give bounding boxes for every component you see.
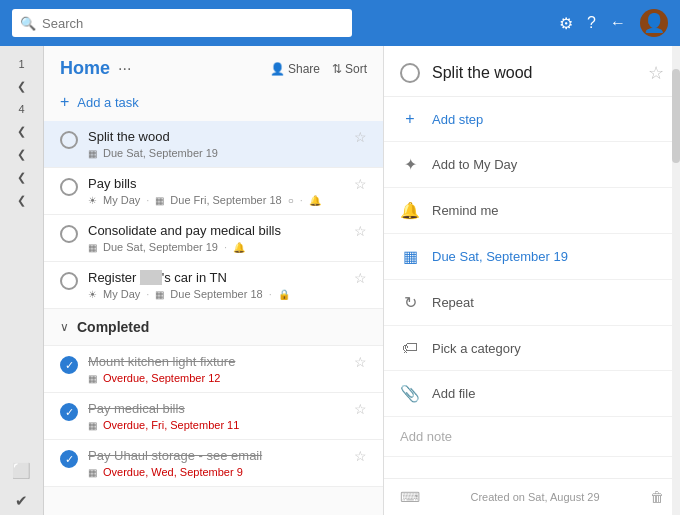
task-item-pay-medical[interactable]: ✓ Pay medical bills ▦ Overdue, Fri, Sept… bbox=[44, 393, 383, 440]
avatar[interactable]: 👤 bbox=[640, 9, 668, 37]
avatar-image: 👤 bbox=[643, 12, 665, 34]
task-item-split-wood[interactable]: Split the wood ▦ Due Sat, September 19 ☆ bbox=[44, 121, 383, 168]
detail-add-to-myday-row[interactable]: ✦ Add to My Day bbox=[384, 142, 680, 188]
detail-paperclip-icon: 📎 bbox=[400, 384, 420, 403]
sidebar-chevron-2[interactable]: ❮ bbox=[0, 121, 43, 142]
task-myday-icon-2: ☀ bbox=[88, 289, 97, 300]
task-star-pay-medical[interactable]: ☆ bbox=[354, 401, 367, 417]
sidebar-icon-tasks[interactable]: ⬜ bbox=[0, 457, 43, 485]
share-button[interactable]: 👤 Share bbox=[270, 62, 320, 76]
task-overdue-uhaul: Overdue, Wed, September 9 bbox=[103, 466, 243, 478]
task-title-uhaul: Pay Uhaul storage - see email bbox=[88, 448, 350, 463]
task-checkbox-split-wood[interactable] bbox=[60, 131, 78, 149]
sidebar-icon-check[interactable]: ✔ bbox=[0, 487, 43, 515]
detail-repeat-label: Repeat bbox=[432, 295, 474, 310]
task-content-pay-medical: Pay medical bills ▦ Overdue, Fri, Septem… bbox=[88, 401, 350, 431]
task-bell-icon-2: 🔔 bbox=[309, 195, 321, 206]
detail-add-step-row[interactable]: + Add step bbox=[384, 97, 680, 142]
sort-button[interactable]: ⇅ Sort bbox=[332, 62, 367, 76]
sidebar-chevron-4[interactable]: ❮ bbox=[0, 167, 43, 188]
search-icon: 🔍 bbox=[20, 16, 36, 31]
task-star-pay-bills[interactable]: ☆ bbox=[354, 176, 367, 192]
task-star-split-wood[interactable]: ☆ bbox=[354, 129, 367, 145]
completed-section-header[interactable]: ∨ Completed bbox=[44, 309, 383, 346]
task-item-register-car[interactable]: Register ___'s car in TN ☀ My Day · ▦ Du… bbox=[44, 262, 383, 309]
search-input[interactable] bbox=[42, 16, 344, 31]
task-due-consolidate: Due Sat, September 19 bbox=[103, 241, 218, 253]
task-title-split-wood: Split the wood bbox=[88, 129, 350, 144]
settings-icon[interactable]: ⚙ bbox=[559, 14, 573, 33]
task-overdue-kitchen: Overdue, September 12 bbox=[103, 372, 220, 384]
add-task-row[interactable]: + Add a task bbox=[44, 87, 383, 121]
detail-trash-icon[interactable]: 🗑 bbox=[650, 489, 664, 505]
task-checkbox-uhaul[interactable]: ✓ bbox=[60, 450, 78, 468]
detail-created-label: Created on Sat, August 29 bbox=[470, 491, 599, 503]
task-myday-icon: ☀ bbox=[88, 195, 97, 206]
task-star-uhaul[interactable]: ☆ bbox=[354, 448, 367, 464]
task-lock-icon: 🔒 bbox=[278, 289, 290, 300]
topbar-icons: ⚙ ? ← 👤 bbox=[559, 9, 668, 37]
task-content-kitchen-light: Mount kitchen light fixture ▦ Overdue, S… bbox=[88, 354, 350, 384]
detail-keyboard-icon[interactable]: ⌨ bbox=[400, 489, 420, 505]
right-scrollbar-thumb bbox=[672, 69, 680, 163]
task-checkbox-pay-medical[interactable]: ✓ bbox=[60, 403, 78, 421]
detail-header: Split the wood ☆ bbox=[384, 46, 680, 97]
detail-add-note[interactable]: Add note bbox=[384, 417, 680, 457]
task-item-pay-bills[interactable]: Pay bills ☀ My Day · ▦ Due Fri, Septembe… bbox=[44, 168, 383, 215]
back-icon[interactable]: ← bbox=[610, 14, 626, 32]
add-task-plus-icon: + bbox=[60, 93, 69, 111]
task-content-pay-bills: Pay bills ☀ My Day · ▦ Due Fri, Septembe… bbox=[88, 176, 350, 206]
task-checkbox-pay-bills[interactable] bbox=[60, 178, 78, 196]
detail-task-checkbox[interactable] bbox=[400, 63, 420, 83]
share-icon: 👤 bbox=[270, 62, 285, 76]
task-checkbox-kitchen-light[interactable]: ✓ bbox=[60, 356, 78, 374]
sidebar-chevron-5[interactable]: ❮ bbox=[0, 190, 43, 211]
share-label: Share bbox=[288, 62, 320, 76]
help-icon[interactable]: ? bbox=[587, 14, 596, 32]
completed-chevron-icon: ∨ bbox=[60, 320, 69, 334]
add-task-label: Add a task bbox=[77, 95, 138, 110]
task-title-consolidate: Consolidate and pay medical bills bbox=[88, 223, 350, 238]
right-scrollbar[interactable] bbox=[672, 46, 680, 515]
main-area: 1 ❮ 4 ❮ ❮ ❮ ❮ ⬜ ✔ Home ··· 👤 Share ⇅ Sor… bbox=[0, 46, 680, 515]
detail-myday-label: Add to My Day bbox=[432, 157, 517, 172]
detail-add-file-row[interactable]: 📎 Add file bbox=[384, 371, 680, 417]
panel-menu-dots[interactable]: ··· bbox=[118, 60, 131, 78]
task-panel: Home ··· 👤 Share ⇅ Sort + Add a task bbox=[44, 46, 384, 515]
task-due-split-wood: Due Sat, September 19 bbox=[103, 147, 218, 159]
task-checkbox-consolidate[interactable] bbox=[60, 225, 78, 243]
detail-due-date-row[interactable]: ▦ Due Sat, September 19 bbox=[384, 234, 680, 280]
detail-category-row[interactable]: 🏷 Pick a category bbox=[384, 326, 680, 371]
task-calendar-icon-7: ▦ bbox=[88, 467, 97, 478]
task-item-uhaul[interactable]: ✓ Pay Uhaul storage - see email ▦ Overdu… bbox=[44, 440, 383, 487]
task-star-kitchen-light[interactable]: ☆ bbox=[354, 354, 367, 370]
detail-calendar-icon: ▦ bbox=[400, 247, 420, 266]
task-overdue-medical: Overdue, Fri, September 11 bbox=[103, 419, 239, 431]
task-star-consolidate[interactable]: ☆ bbox=[354, 223, 367, 239]
sidebar-chevron-1[interactable]: ❮ bbox=[0, 76, 43, 97]
panel-title: Home bbox=[60, 58, 110, 79]
sidebar-nav-number-1[interactable]: 1 bbox=[0, 54, 43, 74]
task-calendar-icon-6: ▦ bbox=[88, 420, 97, 431]
task-star-register-car[interactable]: ☆ bbox=[354, 270, 367, 286]
task-checkbox-register-car[interactable] bbox=[60, 272, 78, 290]
task-item-kitchen-light[interactable]: ✓ Mount kitchen light fixture ▦ Overdue,… bbox=[44, 346, 383, 393]
detail-task-star[interactable]: ☆ bbox=[648, 62, 664, 84]
task-meta-dot-5: · bbox=[269, 288, 272, 300]
sidebar-chevron-3[interactable]: ❮ bbox=[0, 144, 43, 165]
task-item-consolidate[interactable]: Consolidate and pay medical bills ▦ Due … bbox=[44, 215, 383, 262]
task-due-pay-bills: Due Fri, September 18 bbox=[170, 194, 281, 206]
task-title-pay-medical: Pay medical bills bbox=[88, 401, 350, 416]
detail-remind-me-row[interactable]: 🔔 Remind me bbox=[384, 188, 680, 234]
task-meta-consolidate: ▦ Due Sat, September 19 · 🔔 bbox=[88, 241, 350, 253]
task-meta-pay-medical: ▦ Overdue, Fri, September 11 bbox=[88, 419, 350, 431]
detail-repeat-row[interactable]: ↻ Repeat bbox=[384, 280, 680, 326]
task-meta-dot-3: · bbox=[224, 241, 227, 253]
task-meta-split-wood: ▦ Due Sat, September 19 bbox=[88, 147, 350, 159]
detail-add-step-label: Add step bbox=[432, 112, 483, 127]
sidebar-nav: 1 ❮ 4 ❮ ❮ ❮ ❮ ⬜ ✔ bbox=[0, 46, 44, 515]
sidebar-nav-number-4[interactable]: 4 bbox=[0, 99, 43, 119]
search-box[interactable]: 🔍 bbox=[12, 9, 352, 37]
detail-task-title: Split the wood bbox=[432, 64, 636, 82]
task-meta-dot-1: · bbox=[146, 194, 149, 206]
